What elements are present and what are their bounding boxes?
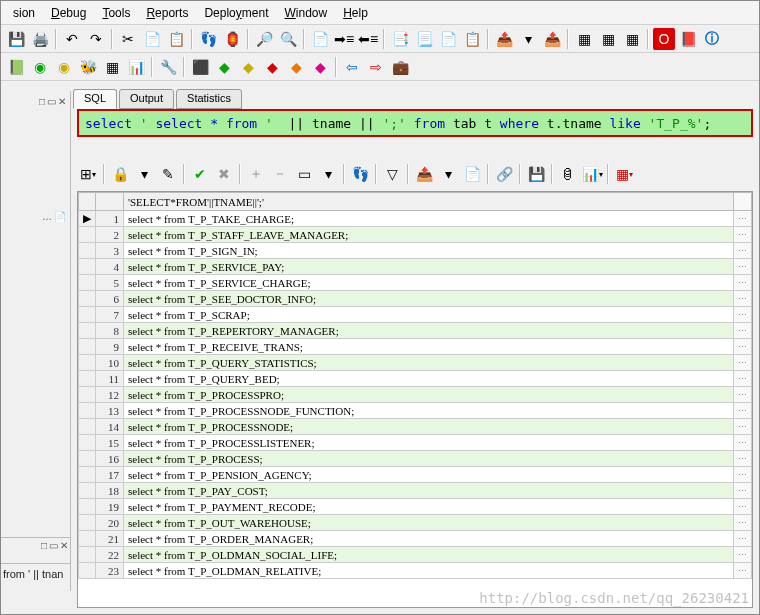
redo-icon[interactable]: ↷: [85, 28, 107, 50]
bee-icon[interactable]: 🐝: [77, 56, 99, 78]
tab-output[interactable]: Output: [119, 89, 174, 109]
cell-value[interactable]: select * from T_P_QUERY_STATISTICS;: [124, 355, 734, 371]
table-row[interactable]: 5select * from T_P_SERVICE_CHARGE;⋯: [79, 275, 752, 291]
cell-more-icon[interactable]: ⋯: [734, 403, 752, 419]
app-icon[interactable]: O: [653, 28, 675, 50]
menu-deployment[interactable]: Deployment: [196, 4, 276, 22]
cell-more-icon[interactable]: ⋯: [734, 307, 752, 323]
lock-icon[interactable]: 🔒: [109, 163, 131, 185]
table-row[interactable]: 20select * from T_P_OUT_WAREHOUSE;⋯: [79, 515, 752, 531]
table-row[interactable]: 6select * from T_P_SEE_DOCTOR_INFO;⋯: [79, 291, 752, 307]
copy-row-icon[interactable]: ▭: [293, 163, 315, 185]
table-row[interactable]: 9select * from T_P_RECEIVE_TRANS;⋯: [79, 339, 752, 355]
pin2-icon[interactable]: □: [41, 540, 47, 555]
zoom-out-icon[interactable]: 🔍: [277, 28, 299, 50]
cell-value[interactable]: select * from T_P_PENSION_AGENCY;: [124, 467, 734, 483]
arrow-right-icon[interactable]: ⇨: [365, 56, 387, 78]
docb-icon[interactable]: 📃: [413, 28, 435, 50]
results-grid[interactable]: 'SELECT*FROM'||TNAME||';' ▶1select * fro…: [77, 191, 753, 608]
doca-icon[interactable]: 📑: [389, 28, 411, 50]
green-icon[interactable]: ◉: [29, 56, 51, 78]
table-row[interactable]: 21select * from T_P_ORDER_MANAGER;⋯: [79, 531, 752, 547]
dd3-icon[interactable]: ▾: [317, 163, 339, 185]
cell-more-icon[interactable]: ⋯: [734, 323, 752, 339]
table-row[interactable]: 17select * from T_P_PENSION_AGENCY;⋯: [79, 467, 752, 483]
chart-icon[interactable]: 📊: [125, 56, 147, 78]
cell-value[interactable]: select * from T_P_RECEIVE_TRANS;: [124, 339, 734, 355]
find-icon[interactable]: 👣: [197, 28, 219, 50]
page-icon[interactable]: 📄: [54, 211, 66, 222]
check-icon[interactable]: ✔: [189, 163, 211, 185]
imp-icon[interactable]: 📤: [541, 28, 563, 50]
cell-value[interactable]: select * from T_P_SCRAP;: [124, 307, 734, 323]
cell-value[interactable]: select * from T_P_PAYMENT_RECODE;: [124, 499, 734, 515]
cell-more-icon[interactable]: ⋯: [734, 355, 752, 371]
tab-stats[interactable]: Statistics: [176, 89, 242, 109]
docd-icon[interactable]: 📋: [461, 28, 483, 50]
pin-icon[interactable]: □: [39, 96, 45, 107]
tbl3-icon[interactable]: ▦: [621, 28, 643, 50]
brick-yellow-icon[interactable]: ◆: [237, 56, 259, 78]
php-icon[interactable]: 📗: [5, 56, 27, 78]
cell-value[interactable]: select * from T_P_SERVICE_CHARGE;: [124, 275, 734, 291]
cell-value[interactable]: select * from T_P_PAY_COST;: [124, 483, 734, 499]
table-row[interactable]: 8select * from T_P_REPERTORY_MANAGER;⋯: [79, 323, 752, 339]
menu-help[interactable]: Help: [335, 4, 376, 22]
table-row[interactable]: 10select * from T_P_QUERY_STATISTICS;⋯: [79, 355, 752, 371]
rect-icon[interactable]: ▭: [47, 96, 56, 107]
print-icon[interactable]: 🖨️: [29, 28, 51, 50]
pdf-icon[interactable]: 📕: [677, 28, 699, 50]
table-row[interactable]: 19select * from T_P_PAYMENT_RECODE;⋯: [79, 499, 752, 515]
dd1-icon[interactable]: ▾: [517, 28, 539, 50]
cell-more-icon[interactable]: ⋯: [734, 339, 752, 355]
table-row[interactable]: 4select * from T_P_SERVICE_PAY;⋯: [79, 259, 752, 275]
grid2-icon[interactable]: ▦▾: [613, 163, 635, 185]
cell-more-icon[interactable]: ⋯: [734, 451, 752, 467]
minus-icon[interactable]: －: [269, 163, 291, 185]
table-row[interactable]: 22select * from T_P_OLDMAN_SOCIAL_LIFE;⋯: [79, 547, 752, 563]
link-icon[interactable]: 🔗: [493, 163, 515, 185]
column-header[interactable]: 'SELECT*FROM'||TNAME||';': [124, 193, 734, 211]
cell-value[interactable]: select * from T_P_OLDMAN_SOCIAL_LIFE;: [124, 547, 734, 563]
yellow-icon[interactable]: ◉: [53, 56, 75, 78]
page-icon[interactable]: 📄: [461, 163, 483, 185]
cell-more-icon[interactable]: ⋯: [734, 531, 752, 547]
arrow-left-icon[interactable]: ⇦: [341, 56, 363, 78]
cell-value[interactable]: select * from T_P_TAKE_CHARGE;: [124, 211, 734, 227]
cell-value[interactable]: select * from T_P_OUT_WAREHOUSE;: [124, 515, 734, 531]
table-row[interactable]: 23select * from T_P_OLDMAN_RELATIVE;⋯: [79, 563, 752, 579]
sql-editor[interactable]: select ' select * from ' || tname || ';'…: [77, 109, 753, 137]
zoom-in-icon[interactable]: 🔎: [253, 28, 275, 50]
paste-icon[interactable]: 📋: [165, 28, 187, 50]
outdent-icon[interactable]: ⬅≡: [357, 28, 379, 50]
tab-sql[interactable]: SQL: [73, 89, 117, 109]
tbl2-icon[interactable]: ▦: [597, 28, 619, 50]
cell-value[interactable]: select * from T_P_SEE_DOCTOR_INFO;: [124, 291, 734, 307]
brick-pink-icon[interactable]: ◆: [309, 56, 331, 78]
cell-value[interactable]: select * from T_P_PROCESS;: [124, 451, 734, 467]
table-row[interactable]: 3select * from T_P_SIGN_IN;⋯: [79, 243, 752, 259]
table-row[interactable]: 7select * from T_P_SCRAP;⋯: [79, 307, 752, 323]
rect2-icon[interactable]: ▭: [49, 540, 58, 555]
x-icon[interactable]: ✖: [213, 163, 235, 185]
table-row[interactable]: ▶1select * from T_P_TAKE_CHARGE;⋯: [79, 211, 752, 227]
brick-orange-icon[interactable]: ◆: [285, 56, 307, 78]
edit-icon[interactable]: ✎: [157, 163, 179, 185]
cell-more-icon[interactable]: ⋯: [734, 563, 752, 579]
cell-value[interactable]: select * from T_P_PROCESSPRO;: [124, 387, 734, 403]
copy-icon[interactable]: 📄: [141, 28, 163, 50]
menu-sion[interactable]: sion: [5, 4, 43, 22]
docc-icon[interactable]: 📄: [437, 28, 459, 50]
brick-green-icon[interactable]: ◆: [213, 56, 235, 78]
dots-icon[interactable]: …: [42, 211, 52, 222]
grid-btn-icon[interactable]: ⊞▾: [77, 163, 99, 185]
cell-more-icon[interactable]: ⋯: [734, 515, 752, 531]
table-row[interactable]: 16select * from T_P_PROCESS;⋯: [79, 451, 752, 467]
save2-icon[interactable]: 💾: [525, 163, 547, 185]
cell-value[interactable]: select * from T_P_QUERY_BED;: [124, 371, 734, 387]
cell-value[interactable]: select * from T_P_ORDER_MANAGER;: [124, 531, 734, 547]
table-row[interactable]: 15select * from T_P_PROCESSLISTENER;⋯: [79, 435, 752, 451]
close-icon[interactable]: ✕: [58, 96, 66, 107]
cell-value[interactable]: select * from T_P_REPERTORY_MANAGER;: [124, 323, 734, 339]
cell-more-icon[interactable]: ⋯: [734, 243, 752, 259]
